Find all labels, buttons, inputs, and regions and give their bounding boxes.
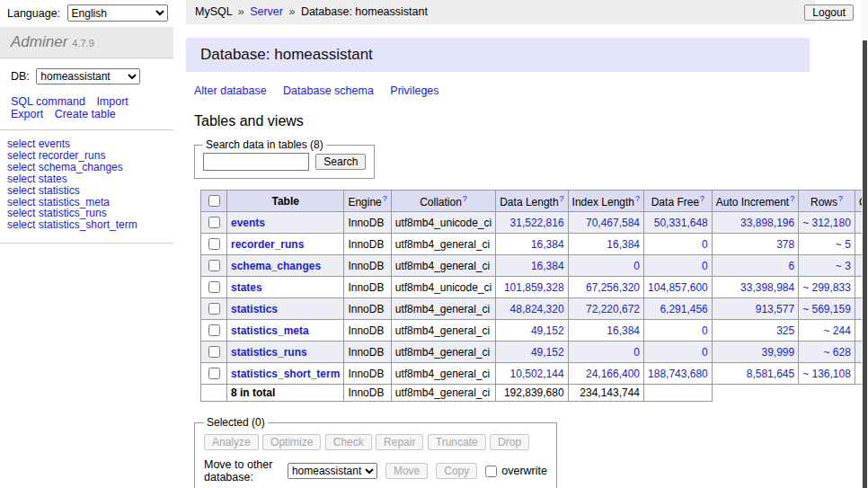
data-length-link[interactable]: 101,859,328 xyxy=(504,281,564,294)
optimize-button[interactable]: Optimize xyxy=(262,434,321,450)
rows-count-link[interactable]: ~ 136,108 xyxy=(802,368,851,380)
help-icon[interactable]: ? xyxy=(560,194,564,203)
sidebar-item-select-statistics[interactable]: select statistics xyxy=(7,185,166,197)
db-select[interactable]: homeassistant xyxy=(36,68,140,84)
data-free-link[interactable]: 0 xyxy=(702,324,708,337)
table-name-link[interactable]: recorder_runs xyxy=(231,238,304,251)
row-checkbox[interactable] xyxy=(208,346,220,358)
table-name-link[interactable]: states xyxy=(231,281,262,294)
language-select[interactable]: English xyxy=(67,4,168,22)
data-length-link[interactable]: 49,152 xyxy=(531,346,564,359)
sql-command-link[interactable]: SQL command xyxy=(11,95,85,108)
app-version[interactable]: 4.7.9 xyxy=(72,38,93,49)
logout-button[interactable]: Logout xyxy=(804,4,854,21)
database-links: Alter database Database schema Privilege… xyxy=(194,84,860,97)
rows-count-link[interactable]: ~ 5 xyxy=(836,238,851,251)
data-free-link[interactable]: 104,857,600 xyxy=(648,281,708,294)
engine-cell: InnoDB xyxy=(344,234,391,255)
row-checkbox[interactable] xyxy=(208,324,220,336)
help-icon[interactable]: ? xyxy=(790,194,794,203)
auto-increment-link[interactable]: 325 xyxy=(776,324,794,337)
data-length-link[interactable]: 16,384 xyxy=(531,260,564,272)
sidebar-item-select-recorder-runs[interactable]: select recorder_runs xyxy=(7,150,166,162)
analyze-button[interactable]: Analyze xyxy=(204,434,259,450)
search-input[interactable] xyxy=(203,153,309,171)
auto-increment-link[interactable]: 39,999 xyxy=(761,346,794,359)
row-checkbox[interactable] xyxy=(208,368,220,379)
export-link[interactable]: Export xyxy=(11,108,43,120)
index-length-link[interactable]: 72,220,672 xyxy=(586,303,640,315)
help-icon[interactable]: ? xyxy=(463,194,467,203)
auto-increment-link[interactable]: 33,898,196 xyxy=(740,217,794,229)
index-length-link[interactable]: 24,166,400 xyxy=(586,368,640,380)
rows-count-link[interactable]: ~ 3 xyxy=(836,260,851,272)
vertical-scrollbar[interactable] xyxy=(862,0,868,488)
overwrite-checkbox[interactable] xyxy=(485,466,497,477)
index-length-link[interactable]: 16,384 xyxy=(607,238,640,251)
auto-increment-link[interactable]: 378 xyxy=(776,238,794,251)
scrollbar-thumb[interactable] xyxy=(863,40,867,488)
breadcrumb-server-link[interactable]: Server xyxy=(250,5,283,18)
select-all-checkbox[interactable] xyxy=(208,195,220,207)
drop-button[interactable]: Drop xyxy=(490,434,529,450)
data-free-link[interactable]: 188,743,680 xyxy=(648,368,708,380)
row-checkbox[interactable] xyxy=(208,281,220,293)
sidebar-item-select-events[interactable]: select events xyxy=(7,138,166,150)
table-name-link[interactable]: statistics_short_term xyxy=(231,368,340,380)
data-length-link[interactable]: 31,522,816 xyxy=(510,217,564,229)
auto-increment-link[interactable]: 33,398,984 xyxy=(740,281,794,294)
auto-increment-link[interactable]: 913,577 xyxy=(756,303,794,315)
help-icon[interactable]: ? xyxy=(700,194,704,203)
data-free-link[interactable]: 0 xyxy=(702,346,708,359)
import-link[interactable]: Import xyxy=(96,95,128,108)
search-button[interactable]: Search xyxy=(315,154,366,170)
data-length-link[interactable]: 16,384 xyxy=(531,238,564,251)
sidebar-item-select-schema-changes[interactable]: select schema_changes xyxy=(7,162,166,173)
database-schema-link[interactable]: Database schema xyxy=(283,84,374,97)
row-checkbox[interactable] xyxy=(208,238,220,250)
index-length-link[interactable]: 67,256,320 xyxy=(586,281,640,294)
data-free-link[interactable]: 0 xyxy=(702,238,708,251)
row-checkbox[interactable] xyxy=(208,303,220,315)
table-name-link[interactable]: statistics_meta xyxy=(231,324,309,337)
help-icon[interactable]: ? xyxy=(383,194,387,203)
data-free-link[interactable]: 0 xyxy=(702,260,708,272)
index-length-link[interactable]: 70,467,584 xyxy=(586,217,640,229)
sidebar-item-select-states[interactable]: select states xyxy=(7,173,166,185)
rows-count-link[interactable]: ~ 244 xyxy=(824,324,851,337)
move-database-select[interactable]: homeassistant xyxy=(288,463,377,479)
truncate-button[interactable]: Truncate xyxy=(428,434,486,450)
auto-increment-link[interactable]: 6 xyxy=(788,260,794,272)
table-name-link[interactable]: statistics xyxy=(231,303,278,315)
data-length-link[interactable]: 49,152 xyxy=(531,324,564,337)
index-length-link[interactable]: 0 xyxy=(633,260,640,272)
index-length-link[interactable]: 16,384 xyxy=(607,324,640,337)
repair-button[interactable]: Repair xyxy=(376,434,423,450)
sidebar-item-select-statistics-short-term[interactable]: select statistics_short_term xyxy=(7,219,166,231)
table-name-link[interactable]: statistics_runs xyxy=(231,346,307,359)
alter-database-link[interactable]: Alter database xyxy=(194,84,267,97)
sidebar-tables-list: select events select recorder_runs selec… xyxy=(0,130,173,244)
help-icon[interactable]: ? xyxy=(838,194,843,203)
row-checkbox[interactable] xyxy=(208,217,220,228)
copy-button[interactable]: Copy xyxy=(436,463,477,479)
data-free-link[interactable]: 50,331,648 xyxy=(654,217,708,229)
rows-count-link[interactable]: ~ 628 xyxy=(824,346,851,359)
move-button[interactable]: Move xyxy=(385,463,428,479)
table-row: events InnoDB utf8mb4_unicode_ci 31,522,… xyxy=(201,212,868,234)
help-icon[interactable]: ? xyxy=(635,194,640,203)
rows-count-link[interactable]: ~ 299,833 xyxy=(802,281,851,294)
privileges-link[interactable]: Privileges xyxy=(390,84,438,97)
table-name-link[interactable]: events xyxy=(231,217,265,229)
create-table-link[interactable]: Create table xyxy=(55,108,116,120)
row-checkbox[interactable] xyxy=(208,260,220,271)
check-button[interactable]: Check xyxy=(325,434,372,450)
data-free-link[interactable]: 6,291,456 xyxy=(660,303,707,315)
table-name-link[interactable]: schema_changes xyxy=(231,260,321,272)
data-length-link[interactable]: 48,824,320 xyxy=(510,303,564,315)
rows-count-link[interactable]: ~ 312,180 xyxy=(802,217,851,229)
auto-increment-link[interactable]: 8,581,645 xyxy=(747,368,794,380)
rows-count-link[interactable]: ~ 569,159 xyxy=(802,303,851,315)
index-length-link[interactable]: 0 xyxy=(633,346,640,359)
data-length-link[interactable]: 10,502,144 xyxy=(510,368,564,380)
